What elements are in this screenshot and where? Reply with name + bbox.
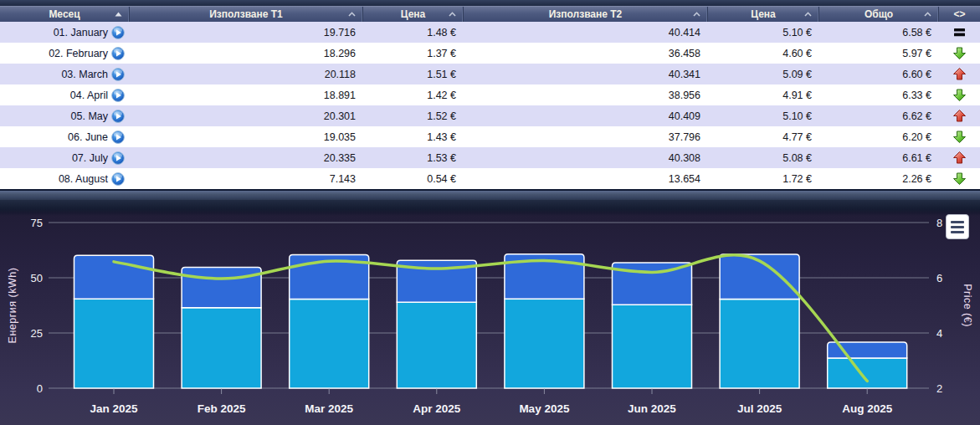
top-strip: [0, 0, 980, 6]
bar-segment-t2: [74, 299, 154, 388]
column-header-trend[interactable]: <>: [939, 7, 980, 22]
table-row: 04. April18.8911.42 €38.9564.91 €6.33 €: [0, 84, 980, 105]
price-t2-value: 5.10 €: [782, 27, 812, 38]
month-value: 01. January: [54, 27, 108, 38]
price-t1-value: 0.54 €: [427, 173, 456, 185]
chart-menu-button[interactable]: [946, 214, 969, 239]
usage-t2-value: 38.956: [669, 90, 700, 101]
usage-t1-cell: 20.335: [130, 152, 363, 164]
price-t2-value: 5.09 €: [782, 69, 812, 80]
month-value: 05. May: [71, 110, 108, 122]
trend-up-icon: [952, 109, 967, 123]
column-header-price_t2[interactable]: Цена: [708, 7, 819, 22]
month-cell: 03. March: [0, 68, 130, 81]
play-icon[interactable]: [111, 172, 125, 186]
column-header-label: <>: [953, 8, 965, 20]
left-tick-label: 75: [31, 217, 43, 229]
month-cell: 08. August: [0, 172, 130, 186]
x-axis-label: May 2025: [519, 402, 570, 415]
play-icon[interactable]: [111, 110, 125, 123]
total-cell: 6.33 €: [819, 90, 939, 101]
price-t1-cell: 1.42 €: [363, 90, 464, 101]
usage-t2-value: 37.796: [669, 131, 700, 143]
price-t2-cell: 1.72 €: [708, 173, 819, 185]
play-icon[interactable]: [111, 47, 125, 60]
month-cell: 07. July: [0, 151, 130, 165]
month-value: 07. July: [72, 152, 108, 164]
column-header-usage_t1[interactable]: Използване Т1: [130, 7, 363, 22]
trend-down-icon: [952, 130, 967, 144]
trend-up-icon: [952, 67, 967, 81]
trend-down-icon: [952, 88, 967, 102]
table-row: 03. March20.1181.51 €40.3415.09 €6.60 €: [0, 64, 980, 84]
play-icon[interactable]: [111, 151, 125, 165]
right-tick-label: 8: [936, 217, 942, 229]
total-value: 6.58 €: [902, 27, 931, 38]
month-value: 02. February: [49, 48, 108, 59]
month-value: 03. March: [61, 69, 108, 80]
table-body: 01. January19.7161.48 €40.4145.10 €6.58 …: [0, 22, 980, 189]
month-value: 06. June: [68, 131, 108, 143]
table-header-row: МесецИзползване Т1ЦенаИзползване Т2ЦенаО…: [0, 6, 980, 22]
usage-t1-value: 20.335: [324, 152, 356, 164]
usage-t1-cell: 20.301: [130, 110, 363, 122]
table-chart-divider: [0, 189, 980, 200]
right-tick-label: 4: [936, 327, 942, 340]
price-t1-value: 1.48 €: [427, 27, 456, 38]
price-t1-cell: 1.52 €: [363, 110, 464, 122]
sort-caret-icon: [924, 12, 931, 17]
x-axis-label: Jun 2025: [628, 402, 676, 415]
price-t2-value: 4.77 €: [782, 131, 812, 143]
play-icon[interactable]: [111, 131, 125, 144]
total-value: 2.26 €: [902, 173, 931, 185]
play-icon[interactable]: [111, 26, 125, 39]
trend-cell: [939, 172, 980, 186]
column-header-price_t1[interactable]: Цена: [363, 7, 464, 22]
usage-t2-value: 13.654: [669, 173, 700, 185]
price-t2-value: 5.08 €: [782, 152, 812, 164]
column-header-label: Използване Т2: [549, 8, 623, 20]
price-t1-value: 1.37 €: [427, 48, 456, 59]
trend-cell: [939, 151, 980, 165]
trend-cell: [939, 88, 980, 102]
total-cell: 6.58 €: [819, 27, 939, 38]
sort-caret-icon: [804, 12, 812, 17]
usage-t2-value: 36.458: [669, 48, 700, 59]
trend-equal-icon: [952, 25, 967, 39]
x-axis-label: Jul 2025: [737, 402, 782, 415]
price-t2-cell: 4.77 €: [708, 131, 819, 143]
column-header-label: Използване Т1: [209, 8, 283, 20]
price-t1-value: 1.53 €: [427, 152, 456, 164]
price-t2-value: 4.60 €: [782, 48, 812, 59]
total-cell: 6.61 €: [819, 152, 939, 164]
trend-cell: [939, 130, 980, 144]
price-t2-value: 1.72 €: [782, 173, 812, 185]
x-axis-label: Mar 2025: [305, 402, 353, 415]
sort-caret-icon: [348, 12, 356, 17]
sort-caret-icon: [449, 12, 456, 17]
left-tick-label: 0: [37, 382, 43, 395]
price-t2-value: 5.10 €: [782, 110, 812, 122]
trend-cell: [939, 109, 980, 123]
play-icon[interactable]: [111, 89, 125, 102]
column-header-month[interactable]: Месец: [0, 7, 130, 22]
right-axis-label: Price (€): [962, 284, 973, 327]
total-cell: 5.97 €: [819, 48, 939, 59]
price-t1-cell: 1.53 €: [363, 152, 464, 164]
usage-t1-value: 20.301: [324, 110, 356, 122]
energy-usage-app: МесецИзползване Т1ЦенаИзползване Т2ЦенаО…: [0, 0, 980, 425]
play-icon[interactable]: [111, 68, 125, 81]
usage-t2-value: 40.409: [669, 110, 700, 122]
total-value: 6.60 €: [902, 69, 931, 80]
usage-t1-value: 18.296: [324, 48, 356, 59]
column-header-usage_t2[interactable]: Използване Т2: [464, 7, 708, 22]
bar-segment-t2: [828, 358, 907, 388]
column-header-label: Цена: [751, 8, 776, 20]
total-value: 6.20 €: [902, 131, 931, 143]
table-row: 07. July20.3351.53 €40.3085.08 €6.61 €: [0, 147, 980, 168]
column-header-total[interactable]: Общо: [819, 7, 939, 22]
usage-t2-cell: 40.341: [464, 69, 708, 80]
usage-t2-cell: 37.796: [464, 131, 708, 143]
price-t2-cell: 5.10 €: [708, 27, 819, 38]
usage-t2-value: 40.308: [669, 152, 700, 164]
